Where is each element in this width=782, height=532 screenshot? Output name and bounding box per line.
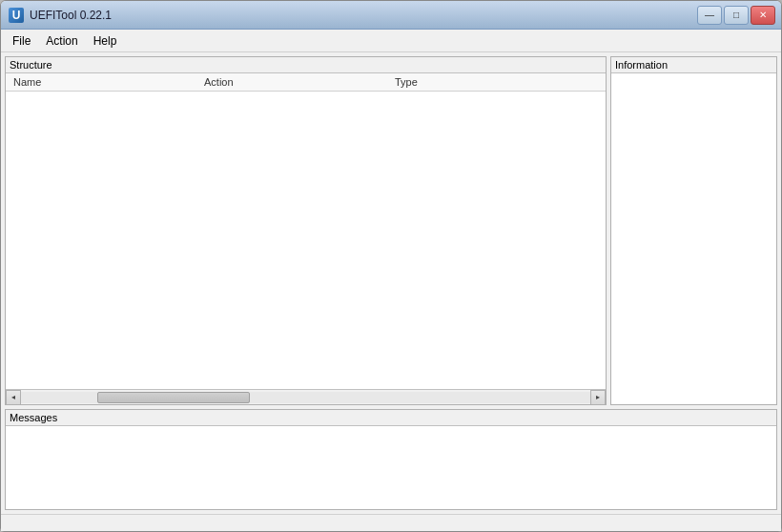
structure-panel: Structure Name Action Type ◂ ▸ <box>5 56 607 405</box>
title-bar-buttons: — □ ✕ <box>697 6 775 25</box>
messages-panel-header: Messages <box>6 410 776 426</box>
menu-action[interactable]: Action <box>38 32 85 50</box>
messages-panel: Messages <box>5 409 777 510</box>
title-bar-left: U UEFITool 0.22.1 <box>9 8 112 23</box>
information-body <box>611 73 776 404</box>
tree-body[interactable] <box>6 92 606 389</box>
col-header-type: Type <box>391 75 602 89</box>
messages-body[interactable] <box>6 426 776 509</box>
minimize-button[interactable]: — <box>697 6 722 25</box>
information-panel-header: Information <box>611 57 776 73</box>
top-section: Structure Name Action Type ◂ ▸ Informati <box>1 52 781 409</box>
close-button[interactable]: ✕ <box>751 6 775 25</box>
bottom-section: Messages <box>1 409 781 514</box>
tree-header: Name Action Type <box>6 73 606 92</box>
horizontal-scrollbar[interactable]: ◂ ▸ <box>6 389 606 404</box>
scroll-left-button[interactable]: ◂ <box>6 390 21 405</box>
scroll-right-button[interactable]: ▸ <box>590 390 606 405</box>
maximize-button[interactable]: □ <box>724 6 749 25</box>
main-content: Structure Name Action Type ◂ ▸ Informati <box>1 52 781 531</box>
information-panel: Information <box>610 56 777 405</box>
scroll-thumb[interactable] <box>97 392 250 403</box>
menu-file[interactable]: File <box>5 32 38 50</box>
app-window: U UEFITool 0.22.1 — □ ✕ File Action Help… <box>0 0 782 532</box>
app-icon: U <box>9 8 24 23</box>
col-header-action: Action <box>200 75 391 89</box>
status-bar <box>1 514 781 531</box>
title-bar: U UEFITool 0.22.1 — □ ✕ <box>1 1 781 30</box>
menu-help[interactable]: Help <box>86 32 125 50</box>
structure-panel-header: Structure <box>6 57 606 73</box>
menu-bar: File Action Help <box>1 30 781 52</box>
col-header-name: Name <box>10 75 200 89</box>
scroll-track[interactable] <box>21 392 590 403</box>
window-title: UEFITool 0.22.1 <box>30 9 112 22</box>
